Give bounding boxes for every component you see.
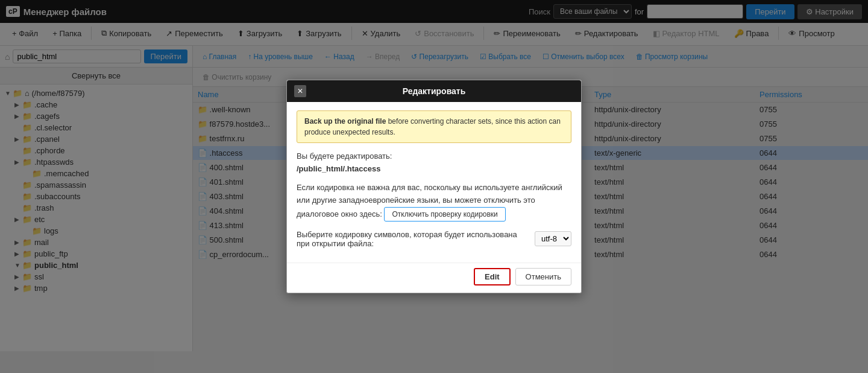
file-path: /public_html/.htaccess xyxy=(297,164,380,173)
encoding-select[interactable]: utf-8 xyxy=(535,231,571,246)
editing-info: Вы будете редактировать: /public_html/.h… xyxy=(297,150,571,176)
encoding-info-text: Если кодировка не важна для вас, посколь… xyxy=(297,182,571,222)
disable-encoding-check-button[interactable]: Отключить проверку кодировки xyxy=(384,207,505,222)
modal-title: Редактировать xyxy=(306,86,562,96)
encoding-row: Выберите кодировку символов, которая буд… xyxy=(297,230,571,248)
modal-header: ✕ Редактировать xyxy=(287,80,581,102)
warning-box: Back up the original file before convert… xyxy=(297,110,571,143)
modal-edit-button[interactable]: Edit xyxy=(474,268,511,285)
edit-dialog: ✕ Редактировать Back up the original fil… xyxy=(286,80,582,293)
modal-overlay: ✕ Редактировать Back up the original fil… xyxy=(0,0,868,351)
editing-label: Вы будете редактировать: xyxy=(297,151,392,161)
warning-bold-text: Back up the original file xyxy=(304,117,386,126)
modal-body: Back up the original file before convert… xyxy=(287,102,581,262)
modal-footer: Edit Отменить xyxy=(287,263,581,293)
modal-close-button[interactable]: ✕ xyxy=(294,85,306,97)
modal-cancel-button[interactable]: Отменить xyxy=(515,268,571,285)
encoding-select-label: Выберите кодировку символов, которая буд… xyxy=(297,230,530,248)
